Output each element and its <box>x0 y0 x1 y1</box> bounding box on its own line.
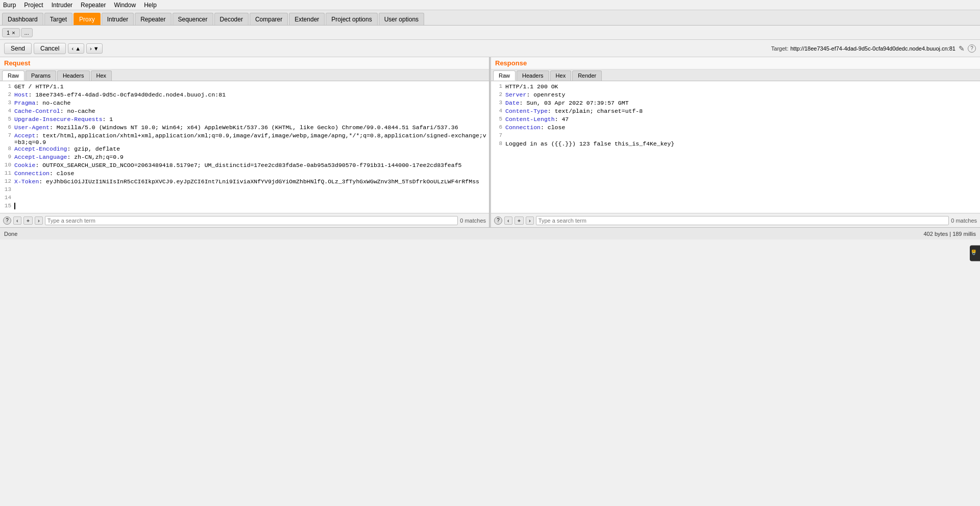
resp-line-3: 3 Date: Sun, 03 Apr 2022 07:39:57 GMT <box>491 100 980 108</box>
status-right: 402 bytes | 189 millis <box>923 231 976 237</box>
request-inner-tabs: Raw Params Headers Hex <box>0 69 489 81</box>
response-search-next[interactable]: › <box>526 216 534 225</box>
tab-user-options[interactable]: User options <box>379 13 424 25</box>
response-search-help[interactable]: ? <box>494 216 502 225</box>
resp-line-2: 2 Server: openresty <box>491 91 980 100</box>
nav-down-icon: ▼ <box>93 45 99 52</box>
request-search-bar: ? ‹ + › 0 matches <box>0 213 489 227</box>
burp-logo: 🔒 <box>971 249 976 255</box>
main-tab-bar: Dashboard Target Proxy Intruder Repeater… <box>0 10 980 26</box>
req-line-15: 15 <box>0 203 489 211</box>
menu-burp[interactable]: Burp <box>2 2 17 9</box>
burp-side-panel: 🔒 <box>970 245 980 261</box>
response-code-area[interactable]: 1 HTTP/1.1 200 OK 2 Server: openresty 3 … <box>491 81 980 213</box>
target-url: http://18ee7345-ef74-4dad-9d5c-0cfa94d0d… <box>790 45 955 52</box>
response-tab-hex[interactable]: Hex <box>550 70 572 81</box>
req-line-9: 9 Accept-Language: zh-CN,zh;q=0.9 <box>0 154 489 162</box>
tab-sequencer[interactable]: Sequencer <box>173 13 213 25</box>
req-line-14: 14 <box>0 195 489 203</box>
menu-help[interactable]: Help <box>143 2 158 9</box>
response-search-input[interactable] <box>536 216 949 225</box>
tab-target[interactable]: Target <box>44 13 72 25</box>
edit-target-button[interactable]: ✎ <box>958 44 966 53</box>
req-line-5: 5 Upgrade-Insecure-Requests: 1 <box>0 116 489 124</box>
request-title: Request <box>0 57 489 69</box>
request-panel: Request Raw Params Headers Hex 1 GET / H… <box>0 57 489 227</box>
tab-repeater[interactable]: Repeater <box>135 13 171 25</box>
req-line-12: 12 X-Token: eyJhbGciOiJIUzI1NiIsInR5cCI6… <box>0 178 489 186</box>
cancel-button[interactable]: Cancel <box>34 43 66 54</box>
tab-extender[interactable]: Extender <box>289 13 325 25</box>
response-search-prev[interactable]: ‹ <box>504 216 512 225</box>
request-tab-1[interactable]: 1 × <box>2 28 20 37</box>
tab-dashboard[interactable]: Dashboard <box>2 13 43 25</box>
resp-line-6: 6 Connection: close <box>491 124 980 132</box>
resp-line-4: 4 Content-Type: text/plain; charset=utf-… <box>491 108 980 116</box>
request-search-next-up[interactable]: + <box>23 216 33 225</box>
menu-repeater[interactable]: Repeater <box>80 2 107 9</box>
response-matches: 0 matches <box>951 218 977 224</box>
response-inner-tabs: Raw Headers Hex Render <box>491 69 980 81</box>
nav-next-button[interactable]: › ▼ <box>86 43 103 54</box>
response-search-next-up[interactable]: + <box>514 216 524 225</box>
menu-intruder[interactable]: Intruder <box>51 2 74 9</box>
request-search-help[interactable]: ? <box>3 216 11 225</box>
request-matches: 0 matches <box>460 218 486 224</box>
main-split: Request Raw Params Headers Hex 1 GET / H… <box>0 57 980 227</box>
response-panel: Response Raw Headers Hex Render 1 HTTP/1… <box>491 57 980 227</box>
target-info: Target: http://18ee7345-ef74-4dad-9d5c-0… <box>771 44 976 53</box>
response-tab-raw[interactable]: Raw <box>493 70 516 81</box>
resp-line-1: 1 HTTP/1.1 200 OK <box>491 83 980 91</box>
request-search-prev[interactable]: ‹ <box>13 216 21 225</box>
resp-line-8: 8 Logged in as ({{.}}) 123 false this_is… <box>491 140 980 149</box>
request-tab-bar: 1 × ... <box>0 26 980 40</box>
response-tab-render[interactable]: Render <box>572 70 602 81</box>
req-line-1: 1 GET / HTTP/1.1 <box>0 83 489 91</box>
tab-proxy[interactable]: Proxy <box>74 13 101 25</box>
request-tab-raw[interactable]: Raw <box>2 70 24 81</box>
target-label: Target: <box>771 45 789 52</box>
req-line-13: 13 <box>0 186 489 195</box>
request-tab-params[interactable]: Params <box>26 70 56 81</box>
request-search-input[interactable] <box>45 216 458 225</box>
response-search-bar: ? ‹ + › 0 matches <box>491 213 980 227</box>
help-target-button[interactable]: ? <box>968 44 976 53</box>
tab-intruder[interactable]: Intruder <box>102 13 134 25</box>
req-line-6: 6 User-Agent: Mozilla/5.0 (Windows NT 10… <box>0 124 489 132</box>
req-tab-close[interactable]: × <box>12 30 15 36</box>
request-search-next[interactable]: › <box>35 216 43 225</box>
resp-line-7: 7 <box>491 132 980 140</box>
req-line-4: 4 Cache-Control: no-cache <box>0 108 489 116</box>
req-line-11: 11 Connection: close <box>0 170 489 178</box>
chevron-right-icon: › <box>90 45 92 52</box>
toolbar: Send Cancel ‹ ▲ › ▼ Target: http://18ee7… <box>0 40 980 57</box>
status-left: Done <box>4 231 17 237</box>
resp-line-5: 5 Content-Length: 47 <box>491 116 980 124</box>
send-button[interactable]: Send <box>4 43 32 54</box>
chevron-left-icon: ‹ <box>71 45 74 52</box>
tab-project-options[interactable]: Project options <box>326 13 377 25</box>
response-tab-headers[interactable]: Headers <box>517 70 549 81</box>
req-line-8: 8 Accept-Encoding: gzip, deflate <box>0 146 489 154</box>
req-line-2: 2 Host: 18ee7345-ef74-4dad-9d5c-0cfa94d0… <box>0 91 489 100</box>
menu-window[interactable]: Window <box>113 2 137 9</box>
nav-prev-button[interactable]: ‹ ▲ <box>68 43 84 54</box>
menu-bar: Burp Project Intruder Repeater Window He… <box>0 0 980 10</box>
status-bar: Done 402 bytes | 189 millis <box>0 227 980 239</box>
req-line-10: 10 Cookie: OUTFOX_SEARCH_USER_ID_NCOO=20… <box>0 162 489 170</box>
req-line-7: 7 Accept: text/html,application/xhtml+xm… <box>0 132 489 146</box>
tab-comparer[interactable]: Comparer <box>250 13 288 25</box>
menu-project[interactable]: Project <box>23 2 44 9</box>
response-title: Response <box>491 57 980 69</box>
tab-decoder[interactable]: Decoder <box>214 13 249 25</box>
req-tab-ellipsis[interactable]: ... <box>21 28 33 37</box>
req-tab-number: 1 <box>7 30 10 36</box>
nav-up-icon: ▲ <box>75 45 81 52</box>
request-tab-hex[interactable]: Hex <box>91 70 112 81</box>
request-code-area[interactable]: 1 GET / HTTP/1.1 2 Host: 18ee7345-ef74-4… <box>0 81 489 213</box>
request-tab-headers[interactable]: Headers <box>57 70 90 81</box>
req-line-3: 3 Pragma: no-cache <box>0 100 489 108</box>
